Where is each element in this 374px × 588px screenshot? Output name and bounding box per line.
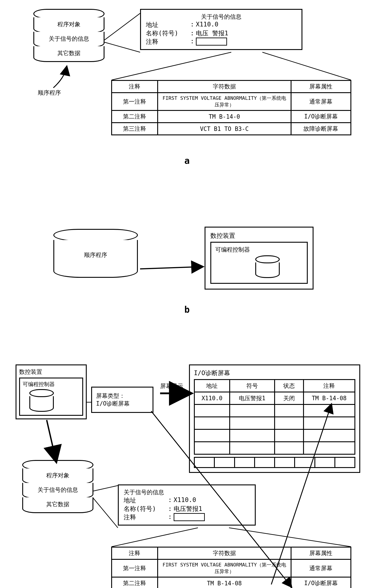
addr-key: 地址	[124, 496, 168, 505]
mini-cyl-top	[29, 389, 54, 397]
svg-line-3	[262, 52, 351, 80]
signal-info-panel-c: 关于信号的信息 地址 X110.0 名称(符号) 电压警报1 注释	[118, 484, 256, 525]
io-screen-title: I/O诊断屏幕	[194, 369, 355, 377]
table-row	[194, 429, 355, 442]
cylinder-label: 顺序程序	[84, 252, 107, 258]
footer-cell	[334, 457, 355, 468]
cell: I/O诊断屏幕	[291, 577, 351, 588]
footer-cell	[294, 457, 315, 468]
table-row: 第二注释 TM B-14-0 I/O诊断屏幕	[112, 110, 351, 123]
cell-addr: X110.0	[194, 392, 230, 404]
cell: 通常屏幕	[291, 93, 351, 110]
cell-state: 关闭	[275, 392, 303, 404]
table-row	[194, 417, 355, 429]
name-val: 电压警报1	[168, 505, 202, 513]
io-diagnostic-screen: I/O诊断屏幕 地址 符号 状态 注释 X110.0 电压警报1 关闭 TM B…	[189, 364, 360, 473]
table-row: 第一注释 FIRST SYSTEM VOLTAGE ABNORMALITY（第一…	[112, 559, 351, 577]
nc-device-box-c: 数控装置 可编程控制器	[16, 364, 87, 419]
footer-cell	[194, 457, 215, 468]
mini-cylinder-c	[29, 389, 54, 412]
cell: 第一注释	[112, 559, 158, 577]
cell: TM B-14-08	[158, 577, 291, 588]
name-val: 电压 警报1	[190, 29, 228, 38]
section-label-b: b	[9, 304, 365, 315]
cylinder-seg-other-data: 其它数据	[22, 497, 93, 513]
table-row: X110.0 电压警报1 关闭 TM B-14-08	[194, 392, 355, 404]
svg-line-11	[93, 498, 118, 528]
name-key: 名称(符号)	[146, 29, 190, 38]
stacked-cylinder-c: 程序对象 关于信号的信息 其它数据	[22, 460, 93, 513]
name-key: 名称(符号)	[124, 505, 168, 513]
svg-line-5	[47, 420, 56, 459]
cell: 通常屏幕	[291, 559, 351, 577]
svg-line-1	[105, 42, 140, 52]
plc-box: 可编程控制器	[210, 242, 308, 284]
th-comment: 注释	[112, 547, 158, 559]
cell: 第二注释	[112, 577, 158, 588]
comment-val	[190, 38, 227, 46]
svg-line-0	[105, 13, 140, 40]
io-screen-footer	[194, 457, 355, 468]
nc-device-title: 数控装置	[210, 231, 308, 240]
section-c: 数控装置 可编程控制器 屏幕类型： I/O诊断屏幕 屏幕显示 I/O诊断屏幕 地…	[9, 364, 365, 588]
nc-device-title: 数控装置	[19, 368, 83, 376]
cell: TM B-14-0	[158, 110, 291, 123]
cell-comment: TM B-14-08	[303, 392, 355, 404]
table-row: 第一注释 FIRST SYSTEM VOLTAGE ABNORMALITY（第一…	[112, 93, 351, 110]
svg-line-12	[112, 528, 198, 547]
cell: 第一注释	[112, 93, 158, 110]
screen-display-label: 屏幕显示	[160, 382, 183, 390]
sequence-program-label: 顺序程序	[38, 89, 61, 97]
th-symbol: 符号	[230, 379, 275, 392]
comments-table-a: 注释 字符数据 屏幕属性 第一注释 FIRST SYSTEM VOLTAGE A…	[111, 80, 351, 135]
svg-line-10	[93, 485, 118, 491]
addr-key: 地址	[146, 21, 190, 29]
table-row	[194, 442, 355, 454]
svg-line-4	[140, 267, 202, 269]
footer-cell	[214, 457, 235, 468]
signal-info-panel-a: 关于信号的信息 地址 X110.0 名称(符号) 电压 警报1 注释	[140, 9, 302, 50]
table-row: 第二注释 TM B-14-08 I/O诊断屏幕	[112, 577, 351, 588]
addr-val: X110.0	[168, 496, 196, 505]
cylinder-seg-program-object: 程序对象	[33, 17, 105, 33]
th-state: 状态	[275, 379, 303, 392]
panel-title: 关于信号的信息	[124, 488, 250, 496]
cell: VCT B1 TO B3-C	[158, 123, 291, 135]
cylinder-top	[53, 229, 138, 241]
comment-placeholder-box	[196, 38, 227, 46]
plc-title: 可编程控制器	[23, 381, 80, 388]
cell: 第二注释	[112, 110, 158, 123]
th-comment: 注释	[112, 80, 158, 93]
comments-table-c: 注释 字符数据 屏幕属性 第一注释 FIRST SYSTEM VOLTAGE A…	[111, 547, 351, 588]
comment-key: 注释	[124, 513, 168, 522]
mini-cyl-body	[29, 396, 54, 412]
th-screenattr: 屏幕属性	[291, 547, 351, 559]
th-chardata: 字符数据	[158, 80, 291, 93]
addr-val: X110.0	[190, 21, 218, 29]
screen-type-l1: 屏幕类型：	[96, 392, 149, 400]
svg-line-2	[112, 52, 231, 80]
plc-title: 可编程控制器	[215, 246, 303, 253]
mini-cyl-top	[255, 255, 280, 263]
footer-cell	[314, 457, 335, 468]
table-row	[194, 404, 355, 417]
cell: FIRST SYSTEM VOLTAGE ABNORMALITY（第一系统电压异…	[158, 559, 291, 577]
cell-symbol: 电压警报1	[230, 392, 275, 404]
cell: 第三注释	[112, 123, 158, 135]
section-label-a: a	[9, 156, 365, 166]
comment-val	[168, 513, 205, 522]
screen-type-panel: 屏幕类型： I/O诊断屏幕	[91, 387, 153, 413]
section-a: 程序对象 关于信号的信息 其它数据 顺序程序 关于信号的信息 地址 X110.0…	[9, 9, 365, 196]
footer-cell	[234, 457, 255, 468]
cell: 故障诊断屏幕	[291, 123, 351, 135]
footer-cell	[274, 457, 295, 468]
section-b: 顺序程序 数控装置 可编程控制器 b	[9, 227, 365, 333]
cylinder-seg-signal-info: 关于信号的信息	[33, 32, 105, 48]
panel-title: 关于信号的信息	[146, 13, 297, 21]
cylinder-body: 顺序程序	[53, 240, 138, 278]
th-comment: 注释	[303, 379, 355, 392]
footer-cell	[254, 457, 275, 468]
cell: FIRST SYSTEM VOLTAGE ABNORMALITY（第一系统电压异…	[158, 93, 291, 110]
mini-cyl-body	[255, 262, 280, 278]
mini-cylinder	[255, 255, 280, 278]
